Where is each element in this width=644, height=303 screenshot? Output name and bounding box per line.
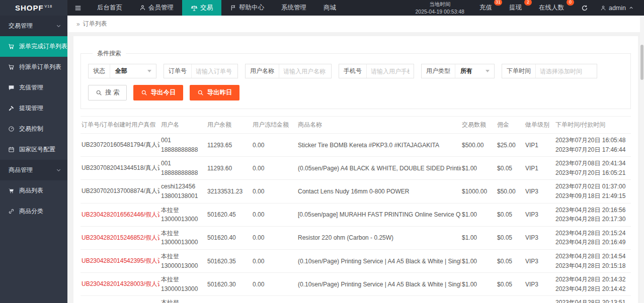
amount-cell: $1.00 xyxy=(461,226,496,249)
table-row[interactable]: UB2304282014542395/假人订单 本拉登13000013000 5… xyxy=(80,249,631,272)
page-title: 订单列表 xyxy=(83,20,107,28)
order-no-cell: UB2307201605481794/真人订单 xyxy=(80,134,160,157)
frozen-cell: 0.00 xyxy=(252,273,297,296)
sidebar-item-country-code-config[interactable]: 国家区号配置 xyxy=(0,139,67,160)
commission-cell: $50.00 xyxy=(496,180,524,203)
times-cell: 2023年07月08日 20:41:342023年07月20日 16:05:21 xyxy=(554,157,631,180)
username-input[interactable] xyxy=(279,64,331,78)
sidebar-item-goods-list[interactable]: 商品列表 xyxy=(0,180,67,201)
commission-cell: $0.05 xyxy=(496,203,524,226)
table-header-row: 订单号/订单创建时用户真假 用户名 用户余额 用户冻结金额 商品名称 交易数额 … xyxy=(80,117,631,134)
search-button[interactable]: 搜 索 xyxy=(88,85,127,100)
recharge-shortcut[interactable]: 充值 31 xyxy=(475,4,496,12)
sidebar-group-trade-management[interactable]: 交易管理 xyxy=(0,16,67,36)
withdraw-shortcut[interactable]: 提现 2 xyxy=(505,4,526,12)
level-cell: VIP1 xyxy=(524,157,554,180)
top-navbar: SHOPF V18 后台首页 会员管理 交易 xyxy=(0,0,644,16)
breadcrumb-arrow: » xyxy=(76,21,80,28)
table-row[interactable]: UB2304282015246852/假人订单 本拉登13000013000 5… xyxy=(80,226,631,249)
frozen-cell: 0.00 xyxy=(252,249,297,272)
nav-item-members[interactable]: 会员管理 xyxy=(131,0,182,16)
nav-item-dashboard[interactable]: 后台首页 xyxy=(89,0,131,16)
frozen-cell: 0.00 xyxy=(252,296,297,303)
commission-cell: $0.05 xyxy=(496,226,524,249)
table-row[interactable]: UB2307201605481794/真人订单 00118888888888 1… xyxy=(80,134,631,157)
app-window: SHOPF V18 后台首页 会员管理 交易 xyxy=(0,0,644,303)
user-type-select[interactable]: 所有 xyxy=(455,64,494,78)
order-no-cell: UB2304282015246852/假人订单 xyxy=(80,226,160,249)
hamburger-menu-icon[interactable] xyxy=(67,0,89,16)
chevron-down-icon xyxy=(147,70,151,72)
amount-cell: $1.00 xyxy=(461,296,496,303)
chevron-down-icon xyxy=(56,167,61,173)
nav-item-trade[interactable]: 交易 xyxy=(182,0,221,16)
sidebar-item-withdraw-management[interactable]: 提现管理 xyxy=(0,98,67,119)
commission-cell: $0.05 xyxy=(496,157,524,180)
sidebar-item-pending-orders[interactable]: 待派单订单列表 xyxy=(0,57,67,77)
table-row[interactable]: UB2307082041344518/真人订单 00118888888888 1… xyxy=(80,157,631,180)
calendar-icon xyxy=(8,146,15,153)
order-time-input[interactable] xyxy=(536,64,597,78)
sidebar-item-trade-control[interactable]: 交易控制 xyxy=(0,119,67,139)
logo-text: SHOPF xyxy=(15,4,44,12)
phone-input[interactable] xyxy=(367,64,414,78)
scrollbar-thumb[interactable] xyxy=(640,45,643,80)
username-label: admin xyxy=(609,5,626,12)
table-row[interactable]: UB2304282013514874/假人订单 本拉登13000013000 5… xyxy=(80,296,631,303)
table-row[interactable]: UB2304282014328003/假人订单 本拉登13000013000 5… xyxy=(80,273,631,296)
caret-up-icon xyxy=(628,5,634,11)
nav-item-mall[interactable]: 商城 xyxy=(315,0,345,16)
balance-cell: 501620.40 xyxy=(206,226,252,249)
chevron-down-icon xyxy=(486,70,490,72)
table-row[interactable]: UB2307020137008874/真人订单 ceshi12345613800… xyxy=(80,180,631,203)
online-users-shortcut[interactable]: 在线人数 0 xyxy=(535,4,568,12)
sidebar-item-recharge-management[interactable]: 充值管理 xyxy=(0,77,67,98)
username-cell: 00118888888888 xyxy=(160,157,206,180)
username-cell: 本拉登13000013000 xyxy=(160,203,206,226)
frozen-cell: 0.00 xyxy=(252,157,297,180)
frozen-cell: 0.00 xyxy=(252,203,297,226)
level-cell: VIP3 xyxy=(524,249,554,272)
balance-cell: 501620.30 xyxy=(206,273,252,296)
times-cell: 2023年04月28日 20:13:512023年04月28日 20:14:04 xyxy=(554,296,631,303)
sidebar-item-completed-orders[interactable]: 派单完成订单列表 xyxy=(0,36,67,57)
amount-cell: $1.00 xyxy=(461,249,496,272)
order-no-input[interactable] xyxy=(192,64,237,78)
order-no-cell: UB2307082041344518/真人订单 xyxy=(80,157,160,180)
order-no-cell: UB2304282014328003/假人订单 xyxy=(80,273,160,296)
table-row[interactable]: UB2304282016562446/假人订单 本拉登13000013000 5… xyxy=(80,203,631,226)
status-filter: 状态 全部 xyxy=(88,64,156,78)
refresh-icon[interactable] xyxy=(574,5,595,12)
flag-icon xyxy=(230,5,236,11)
order-no-cell: UB2304282014542395/假人订单 xyxy=(80,249,160,272)
balance-cell: 32133531.23 xyxy=(206,180,252,203)
user-menu[interactable]: admin xyxy=(595,5,639,12)
recharge-badge: 31 xyxy=(494,0,502,6)
sidebar-item-goods-categories[interactable]: 商品分类 xyxy=(0,201,67,222)
product-cell: (0.05sen/Page) A4 BLACK & WHITE, DOUBLE … xyxy=(297,157,461,180)
frozen-cell: 0.00 xyxy=(252,226,297,249)
amount-cell: $1.00 xyxy=(461,203,496,226)
commission-cell: $0.05 xyxy=(496,249,524,272)
export-today-button[interactable]: 导出今日 xyxy=(133,85,183,100)
nav-item-system[interactable]: 系统管理 xyxy=(273,0,315,16)
search-icon xyxy=(96,89,102,96)
nav-item-help[interactable]: 帮助中心 xyxy=(221,0,273,16)
col-commission: 佣金 xyxy=(496,117,524,134)
frozen-cell: 0.00 xyxy=(252,134,297,157)
order-time-filter: 下单时间 xyxy=(502,64,597,78)
col-times: 下单时间/付款时间 xyxy=(554,117,631,134)
link-icon xyxy=(8,208,15,215)
chevron-down-icon xyxy=(56,23,61,29)
sidebar-group-goods-management[interactable]: 商品管理 xyxy=(0,160,67,180)
status-select[interactable]: 全部 xyxy=(110,64,156,78)
search-icon xyxy=(197,89,204,96)
vertical-scrollbar[interactable] xyxy=(640,16,644,303)
gauge-icon xyxy=(8,126,15,132)
order-no-filter: 订单号 xyxy=(164,64,238,78)
export-yesterday-button[interactable]: 导出昨日 xyxy=(190,85,239,100)
col-frozen: 用户冻结金额 xyxy=(252,117,297,134)
withdraw-badge: 2 xyxy=(524,0,532,6)
balance-cell: 501620.25 xyxy=(206,296,252,303)
balance-cell: 501620.45 xyxy=(206,203,252,226)
